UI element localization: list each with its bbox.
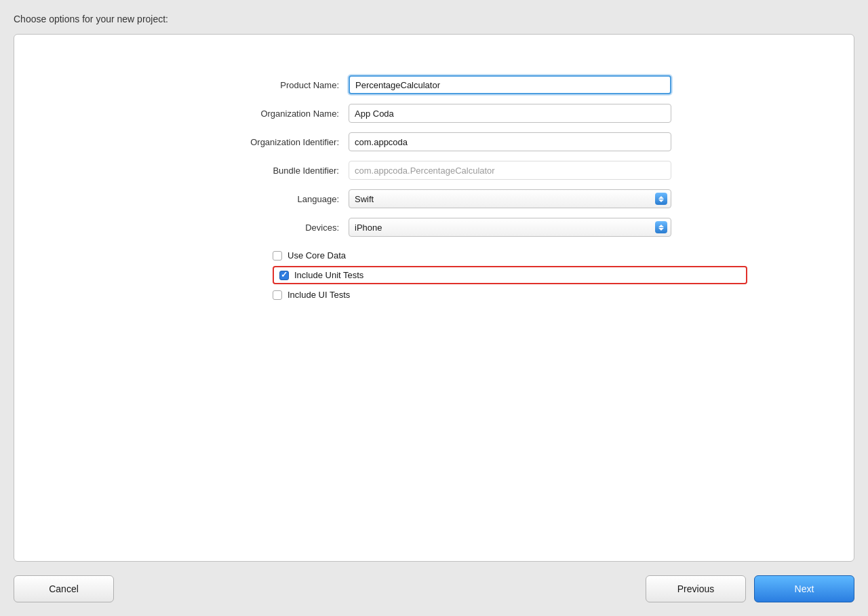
use-core-data-label: Use Core Data (288, 250, 346, 261)
include-unit-tests-checkbox[interactable] (279, 271, 289, 280)
org-id-input[interactable] (349, 132, 671, 151)
include-ui-tests-checkbox[interactable] (273, 290, 282, 300)
language-select-wrapper: Swift Objective-C (349, 189, 671, 208)
use-core-data-row: Use Core Data (273, 250, 747, 261)
org-name-label: Organization Name: (197, 109, 339, 119)
language-row: Language: Swift Objective-C (197, 189, 671, 208)
org-id-row: Organization Identifier: (197, 132, 671, 151)
product-name-label: Product Name: (197, 80, 339, 90)
next-button[interactable]: Next (754, 575, 854, 602)
org-name-input[interactable] (349, 104, 671, 123)
include-unit-tests-row: Include Unit Tests (273, 266, 747, 284)
dialog-title: Choose options for your new project: (14, 14, 854, 24)
bundle-id-value: com.appcoda.PercentageCalculator (349, 161, 671, 180)
product-name-row: Product Name: (197, 75, 671, 94)
include-unit-tests-label: Include Unit Tests (294, 270, 363, 280)
footer: Cancel Previous Next (0, 562, 868, 616)
dialog-content: Product Name: Organization Name: Organiz… (14, 34, 854, 562)
language-select[interactable]: Swift Objective-C (349, 189, 671, 208)
org-name-row: Organization Name: (197, 104, 671, 123)
devices-select-wrapper: iPhone iPad Universal (349, 218, 671, 237)
include-ui-tests-row: Include UI Tests (273, 290, 747, 300)
cancel-button[interactable]: Cancel (14, 575, 114, 602)
devices-select[interactable]: iPhone iPad Universal (349, 218, 671, 237)
bundle-id-label: Bundle Identifier: (197, 166, 339, 176)
footer-right: Previous Next (646, 575, 854, 602)
include-ui-tests-label: Include UI Tests (288, 290, 350, 300)
dialog-wrapper: Choose options for your new project: Pro… (0, 0, 868, 562)
form-area: Product Name: Organization Name: Organiz… (14, 75, 854, 300)
devices-row: Devices: iPhone iPad Universal (197, 218, 671, 237)
bundle-id-row: Bundle Identifier: com.appcoda.Percentag… (197, 161, 671, 180)
checkbox-area: Use Core Data Include Unit Tests Include… (273, 250, 747, 300)
product-name-input[interactable] (349, 75, 671, 94)
devices-label: Devices: (197, 223, 339, 233)
previous-button[interactable]: Previous (646, 575, 746, 602)
org-id-label: Organization Identifier: (197, 137, 339, 147)
use-core-data-checkbox[interactable] (273, 251, 282, 261)
language-label: Language: (197, 194, 339, 204)
